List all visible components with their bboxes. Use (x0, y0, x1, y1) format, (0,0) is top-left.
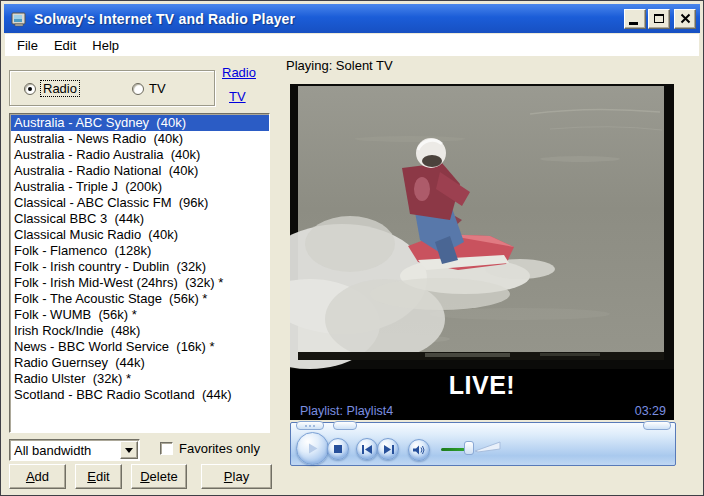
bandwidth-select[interactable]: All bandwidth (9, 439, 140, 461)
volume-slider[interactable] (464, 441, 474, 455)
station-list-item[interactable]: News - BBC World Service (16k) * (11, 339, 269, 355)
maximize-button[interactable] (648, 9, 670, 29)
station-list-item[interactable]: Classical BBC 3 (44k) (11, 211, 269, 227)
play-button[interactable]: Play (201, 464, 272, 489)
station-list-item[interactable]: Radio Ulster (32k) * (11, 371, 269, 387)
favorites-only-option[interactable]: Favorites only (160, 441, 260, 456)
station-list-item[interactable]: Folk - Irish country - Dublin (32k) (11, 259, 269, 275)
title-bar: Solway's Internet TV and Radio Player (4, 4, 700, 33)
drag-grip-handle[interactable] (296, 421, 324, 430)
chevron-down-icon (125, 448, 133, 453)
mute-button[interactable] (408, 439, 430, 461)
station-list-item[interactable]: Australia - Radio National (40k) (11, 163, 269, 179)
player-tab-right[interactable] (643, 421, 671, 430)
station-list-item[interactable]: Australia - News Radio (40k) (11, 131, 269, 147)
close-icon (680, 13, 691, 24)
previous-button[interactable] (356, 438, 378, 460)
station-list-item[interactable]: Classical - ABC Classic FM (96k) (11, 195, 269, 211)
station-list[interactable]: Australia - ABC Sydney (40k) Australia -… (9, 113, 270, 433)
add-button[interactable]: Add (9, 464, 66, 489)
previous-icon (362, 445, 373, 454)
radio-unselected-icon (132, 83, 144, 95)
station-list-item[interactable]: Radio Guernsey (44k) (11, 355, 269, 371)
tv-option-label: TV (149, 81, 166, 96)
radio-option-tv[interactable]: TV (132, 81, 166, 96)
stop-icon (334, 445, 342, 453)
radio-link[interactable]: Radio (222, 65, 256, 80)
close-button[interactable] (674, 9, 696, 29)
station-list-item[interactable]: Australia - Triple J (200k) (11, 179, 269, 195)
combo-dropdown-button[interactable] (120, 441, 138, 459)
favorites-label: Favorites only (179, 441, 260, 456)
bandwidth-value: All bandwidth (10, 443, 120, 458)
window-title: Solway's Internet TV and Radio Player (34, 11, 622, 27)
band-selector-group: Radio TV (9, 70, 215, 106)
speaker-icon (413, 445, 425, 455)
menu-edit[interactable]: Edit (46, 36, 84, 55)
minimize-icon (629, 22, 638, 25)
station-list-item[interactable]: Folk - WUMB (56k) * (11, 307, 269, 323)
playlist-label: Playlist: Playlist4 (290, 404, 635, 418)
station-list-item[interactable]: Folk - Flamenco (128k) (11, 243, 269, 259)
menu-help[interactable]: Help (84, 36, 127, 55)
next-icon (383, 445, 394, 454)
play-icon (306, 442, 319, 455)
station-list-item[interactable]: Folk - Irish Mid-West (24hrs) (32k) * (11, 275, 269, 291)
live-overlay: LIVE! (449, 371, 515, 400)
station-list-item[interactable]: Australia - ABC Sydney (40k) (11, 115, 269, 131)
player-control-bar (290, 422, 676, 466)
station-list-item[interactable]: Classical Music Radio (40k) (11, 227, 269, 243)
elapsed-time: 03:29 (635, 404, 674, 418)
radio-option-radio[interactable]: Radio (24, 81, 79, 96)
menu-bar: File Edit Help (5, 34, 699, 56)
station-list-item[interactable]: Irish Rock/Indie (48k) (11, 323, 269, 339)
station-list-item[interactable]: Australia - Radio Australia (40k) (11, 147, 269, 163)
volume-track[interactable] (441, 448, 465, 451)
radio-selected-icon (24, 83, 36, 95)
app-window: Solway's Internet TV and Radio Player Fi… (0, 0, 704, 496)
favorites-checkbox[interactable] (160, 442, 173, 455)
delete-button[interactable]: Delete (131, 464, 187, 489)
minimize-button[interactable] (624, 9, 646, 29)
video-area: LIVE! Playlist: Playlist4 03:29 (290, 84, 674, 420)
now-playing-label: Playing: Solent TV (286, 58, 393, 73)
station-list-item[interactable]: Scotland - BBC Radio Scotland (44k) (11, 387, 269, 403)
playlist-bar: Playlist: Playlist4 03:29 (290, 401, 674, 420)
station-list-item[interactable]: Folk - The Acoustic Stage (56k) * (11, 291, 269, 307)
radio-option-label: Radio (41, 81, 79, 96)
volume-wedge-icon (475, 440, 501, 454)
next-button[interactable] (377, 438, 399, 460)
stop-button[interactable] (327, 438, 349, 460)
menu-file[interactable]: File (9, 36, 46, 55)
maximize-icon (654, 14, 664, 23)
play-pause-button[interactable] (296, 432, 329, 465)
app-icon (10, 10, 28, 28)
edit-button[interactable]: Edit (75, 464, 122, 489)
tv-link[interactable]: TV (229, 89, 246, 104)
live-band: LIVE! (290, 369, 674, 401)
player-tab-left[interactable] (333, 421, 357, 430)
video-still (290, 84, 674, 369)
